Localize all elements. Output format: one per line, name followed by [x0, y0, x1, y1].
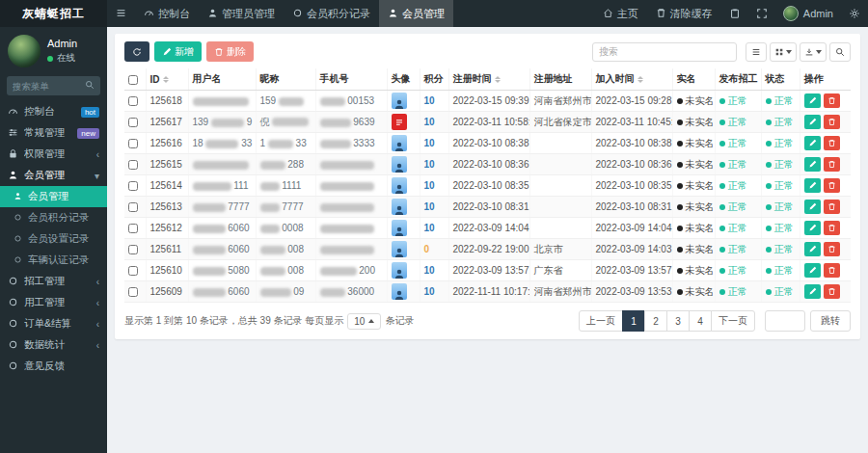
- search-toggle-button[interactable]: [829, 42, 851, 62]
- row-delete-button[interactable]: [824, 263, 840, 278]
- row-checkbox[interactable]: [128, 287, 138, 297]
- column-header-12[interactable]: 操作: [800, 68, 851, 91]
- select-all-checkbox[interactable]: [128, 75, 138, 85]
- row-checkbox[interactable]: [128, 266, 138, 276]
- chevron-left-icon: ‹: [96, 277, 99, 287]
- row-delete-button[interactable]: [824, 242, 840, 256]
- column-header-9[interactable]: 实名: [672, 68, 715, 91]
- sidebar-toggle-button[interactable]: [107, 0, 135, 27]
- sidebar-item-3[interactable]: 会员管理▾: [0, 165, 107, 186]
- page-button-4[interactable]: 4: [689, 310, 712, 332]
- row-delete-button[interactable]: [824, 136, 840, 150]
- top-nav-item-0[interactable]: 控制台: [135, 0, 199, 27]
- sidebar-item-5[interactable]: 用工管理‹: [0, 292, 107, 313]
- top-nav-item-3[interactable]: 会员管理: [379, 0, 453, 27]
- jump-button[interactable]: 跳转: [810, 310, 851, 332]
- edit-button[interactable]: [804, 263, 821, 278]
- sidebar-item-1[interactable]: 常规管理new: [0, 122, 107, 144]
- sidebar-subitem-2[interactable]: 会员设置记录: [0, 228, 107, 250]
- column-header-0[interactable]: ID: [146, 68, 188, 91]
- row-delete-button[interactable]: [824, 200, 840, 214]
- column-header-10[interactable]: 发布招工: [715, 68, 761, 91]
- column-header-11[interactable]: 状态: [761, 68, 800, 91]
- edit-button[interactable]: [804, 242, 821, 256]
- edit-button[interactable]: [804, 115, 821, 129]
- column-header-7[interactable]: 注册地址: [529, 68, 591, 91]
- sidebar-subitem-1[interactable]: 会员积分记录: [0, 207, 107, 228]
- cell-actions: [800, 218, 851, 239]
- row-delete-button[interactable]: [824, 178, 840, 193]
- censored-text: [320, 225, 374, 233]
- status-badge: 正常: [766, 94, 794, 108]
- delete-button[interactable]: 删除: [206, 41, 254, 62]
- column-header-8[interactable]: 加入时间: [591, 68, 672, 91]
- clipboard-icon[interactable]: [721, 0, 748, 27]
- row-delete-button[interactable]: [824, 93, 840, 108]
- edit-button[interactable]: [804, 157, 821, 172]
- status-badge: 正常: [766, 116, 794, 129]
- row-checkbox[interactable]: [128, 160, 138, 170]
- column-header-6[interactable]: 注册时间: [448, 68, 529, 91]
- columns-button[interactable]: [770, 42, 797, 62]
- table-search-input[interactable]: [592, 42, 737, 62]
- next-page-button[interactable]: 下一页: [711, 310, 755, 332]
- sidebar-item-8[interactable]: 意见反馈: [0, 356, 107, 377]
- export-button[interactable]: [800, 42, 827, 62]
- sidebar-item-4[interactable]: 招工管理‹: [0, 271, 107, 292]
- row-checkbox[interactable]: [128, 96, 138, 106]
- per-page-select[interactable]: 10: [347, 313, 381, 330]
- column-header-1[interactable]: 用户名: [188, 68, 256, 91]
- row-delete-button[interactable]: [824, 157, 840, 172]
- home-link[interactable]: 主页: [594, 0, 647, 27]
- row-checkbox[interactable]: [128, 181, 138, 191]
- jump-page-input[interactable]: [765, 310, 805, 332]
- status-badge: 正常: [766, 137, 794, 150]
- top-nav-item-1[interactable]: 管理员管理: [199, 0, 284, 27]
- column-header-5[interactable]: 积分: [420, 68, 448, 91]
- sidebar-item-6[interactable]: 订单&结算‹: [0, 313, 107, 334]
- column-header-3[interactable]: 手机号: [315, 68, 387, 91]
- sidebar-item-7[interactable]: 数据统计‹: [0, 334, 107, 356]
- row-checkbox[interactable]: [128, 118, 138, 127]
- edit-button[interactable]: [804, 93, 821, 108]
- refresh-button[interactable]: [124, 41, 149, 62]
- cell-register-address: 河南省郑州市: [529, 281, 591, 303]
- row-checkbox[interactable]: [128, 139, 138, 148]
- row-delete-button[interactable]: [824, 284, 840, 299]
- user-menu[interactable]: Admin: [775, 0, 841, 27]
- sidebar-subitem-3[interactable]: 车辆认证记录: [0, 250, 107, 271]
- chevron-left-icon: ‹: [96, 340, 99, 351]
- sidebar-item-2[interactable]: 权限管理‹: [0, 144, 107, 165]
- row-checkbox[interactable]: [128, 224, 138, 233]
- row-delete-button[interactable]: [824, 115, 840, 129]
- row-checkbox-cell: [124, 154, 146, 175]
- fullscreen-icon[interactable]: [748, 0, 775, 27]
- top-nav-item-2[interactable]: 会员积分记录: [284, 0, 379, 27]
- row-checkbox[interactable]: [128, 245, 138, 254]
- toggle-view-button[interactable]: [746, 42, 767, 62]
- gear-icon[interactable]: [841, 0, 868, 27]
- sidebar-item-0[interactable]: 控制台hot: [0, 101, 107, 122]
- sidebar-subitem-0[interactable]: 会员管理: [0, 186, 107, 207]
- clear-cache-button[interactable]: 清除缓存: [647, 0, 721, 27]
- cell-actions: [800, 239, 851, 260]
- status-label: 正常: [774, 285, 794, 299]
- add-button[interactable]: 新增: [154, 41, 202, 62]
- edit-button[interactable]: [804, 178, 821, 193]
- edit-button[interactable]: [804, 200, 821, 214]
- column-header-2[interactable]: 昵称: [256, 68, 315, 91]
- row-checkbox[interactable]: [128, 202, 138, 212]
- edit-button[interactable]: [804, 221, 821, 235]
- page-button-3[interactable]: 3: [666, 310, 690, 332]
- sidebar-search-input[interactable]: [13, 81, 85, 92]
- prev-page-button[interactable]: 上一页: [579, 310, 623, 332]
- page-button-2[interactable]: 2: [644, 310, 667, 332]
- page-button-1[interactable]: 1: [622, 310, 645, 332]
- row-delete-button[interactable]: [824, 221, 840, 235]
- edit-button[interactable]: [804, 284, 821, 299]
- sidebar-menu-group-4: 招工管理‹: [0, 271, 107, 292]
- column-header-4[interactable]: 头像: [387, 68, 420, 91]
- edit-button[interactable]: [804, 136, 821, 150]
- cell-status: 正常: [761, 197, 800, 218]
- cell-username: 5080: [188, 260, 256, 281]
